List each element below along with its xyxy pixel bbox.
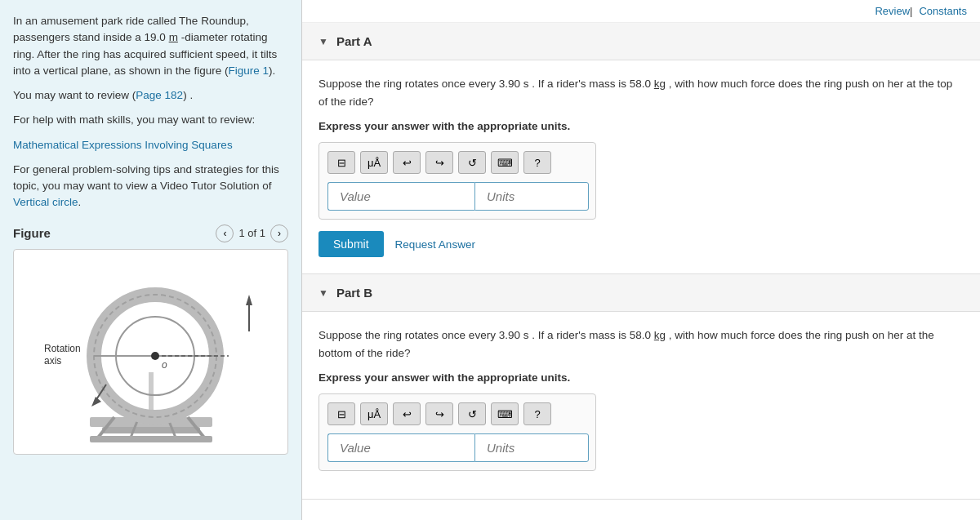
redo-button-b[interactable]: ↪: [425, 402, 453, 425]
part-a-answer-box: ⊟ μÅ ↩ ↪ ↺ ⌨: [318, 142, 596, 220]
keyboard-button-a[interactable]: ⌨: [491, 151, 519, 174]
keyboard-icon-b: ⌨: [497, 408, 513, 420]
part-a-chevron: ▼: [318, 36, 328, 47]
mu-icon-a: μÅ: [368, 157, 381, 169]
fraction-icon-b: ⊟: [337, 408, 346, 420]
figure-image: o Rotation axis: [13, 249, 288, 455]
undo-button-b[interactable]: ↩: [393, 402, 421, 425]
constants-link[interactable]: Constants: [919, 5, 967, 17]
figure-page: 1 of 1: [238, 225, 265, 242]
top-bar: Review | Constants: [302, 0, 980, 23]
help-button-b[interactable]: ?: [523, 402, 551, 425]
refresh-button-b[interactable]: ↺: [458, 402, 486, 425]
review-text: You may want to review (Page 182) .: [13, 87, 288, 104]
mu-button-b[interactable]: μÅ: [360, 402, 388, 425]
svg-point-13: [151, 352, 159, 360]
page-link[interactable]: Page 182: [136, 89, 183, 101]
svg-rect-6: [90, 436, 212, 442]
svg-text:axis: axis: [44, 355, 61, 367]
intro-text: In an amusement park ride called The Rou…: [13, 13, 288, 79]
part-a-label: Part A: [336, 34, 372, 48]
keyboard-icon-a: ⌨: [497, 157, 513, 169]
part-a-request-link[interactable]: Request Answer: [395, 238, 475, 251]
redo-button-a[interactable]: ↪: [425, 151, 453, 174]
figure-prev-button[interactable]: ‹: [216, 224, 234, 242]
undo-button-a[interactable]: ↩: [393, 151, 421, 174]
vertical-circle-link[interactable]: Vertical circle: [13, 196, 78, 208]
help-button-a[interactable]: ?: [523, 151, 551, 174]
part-a-header[interactable]: ▼ Part A: [302, 23, 980, 60]
svg-text:Rotation: Rotation: [44, 343, 81, 354]
part-b-answer-box: ⊟ μÅ ↩ ↪ ↺ ⌨: [318, 393, 596, 471]
svg-marker-18: [91, 397, 101, 407]
figure-link[interactable]: Figure 1: [228, 64, 269, 77]
part-a-action-row: Submit Request Answer: [318, 231, 964, 257]
part-b-label: Part B: [336, 286, 372, 300]
part-a-units-input[interactable]: [474, 182, 589, 211]
figure-next-button[interactable]: ›: [270, 224, 288, 242]
mu-button-a[interactable]: μÅ: [360, 151, 388, 174]
part-b-question: Suppose the ring rotates once every 3.90…: [318, 327, 964, 362]
redo-icon-a: ↪: [435, 157, 444, 169]
refresh-icon-b: ↺: [468, 408, 477, 420]
fraction-icon-a: ⊟: [337, 157, 346, 169]
fraction-button-a[interactable]: ⊟: [327, 151, 355, 174]
svg-text:o: o: [162, 359, 167, 371]
figure-nav: ‹ 1 of 1 ›: [216, 224, 288, 242]
figure-title: Figure: [13, 224, 51, 243]
part-a-express-label: Express your answer with the appropriate…: [318, 120, 964, 132]
fraction-button-b[interactable]: ⊟: [327, 402, 355, 425]
math-link[interactable]: Mathematical Expressions Involving Squar…: [13, 139, 233, 151]
undo-icon-b: ↩: [403, 408, 412, 420]
part-a-submit-button[interactable]: Submit: [318, 231, 384, 257]
part-b-units-input[interactable]: [474, 433, 589, 462]
part-a-value-input[interactable]: [327, 182, 474, 211]
part-b-value-input[interactable]: [327, 433, 474, 462]
part-b-toolbar: ⊟ μÅ ↩ ↪ ↺ ⌨: [327, 402, 587, 425]
part-a-body: Suppose the ring rotates once every 3.90…: [302, 60, 980, 273]
part-a-question: Suppose the ring rotates once every 3.90…: [318, 75, 964, 110]
svg-rect-1: [102, 427, 200, 433]
mu-icon-b: μÅ: [368, 408, 381, 420]
part-b-section: ▼ Part B Suppose the ring rotates once e…: [302, 274, 980, 500]
refresh-icon-a: ↺: [468, 157, 477, 169]
part-a-input-row: [327, 182, 587, 211]
part-b-header[interactable]: ▼ Part B: [302, 274, 980, 312]
figure-section: Figure ‹ 1 of 1 ›: [13, 224, 288, 456]
review-link[interactable]: Review: [875, 5, 910, 17]
keyboard-button-b[interactable]: ⌨: [491, 402, 519, 425]
refresh-button-a[interactable]: ↺: [458, 151, 486, 174]
part-b-body: Suppose the ring rotates once every 3.90…: [302, 312, 980, 499]
part-a-section: ▼ Part A Suppose the ring rotates once e…: [302, 23, 980, 274]
right-panel: Review | Constants ▼ Part A Suppose the …: [302, 0, 980, 520]
svg-marker-16: [246, 295, 252, 305]
redo-icon-b: ↪: [435, 408, 444, 420]
part-b-express-label: Express your answer with the appropriate…: [318, 371, 964, 384]
help-text: For help with math skills, you may want …: [13, 112, 288, 128]
part-a-toolbar: ⊟ μÅ ↩ ↪ ↺ ⌨: [327, 151, 587, 174]
part-b-input-row: [327, 433, 587, 462]
help-icon-a: ?: [534, 157, 540, 169]
part-b-chevron: ▼: [318, 287, 328, 299]
help-icon-b: ?: [534, 408, 540, 420]
wheel-svg: o Rotation axis: [41, 258, 261, 446]
undo-icon-a: ↩: [403, 157, 412, 169]
tutor-text: For general problem-solving tips and str…: [13, 162, 288, 211]
